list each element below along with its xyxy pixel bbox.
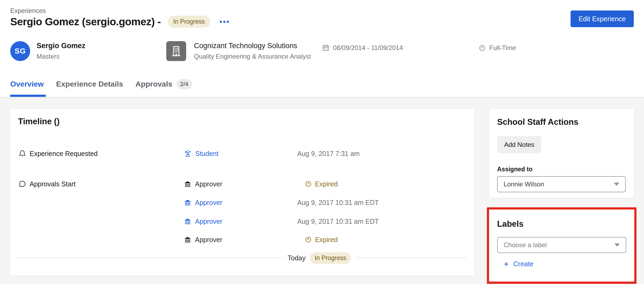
timeline-timestamp: Aug 9, 2017 10:31 am EDT	[297, 218, 379, 225]
add-notes-button[interactable]: Add Notes	[497, 136, 541, 153]
assigned-to-value: Lonnie Wilson	[504, 180, 544, 188]
timeline-row: Approvals Start Approver Expired	[10, 179, 474, 189]
date-range-text: 08/09/2014 - 11/09/2014	[333, 44, 403, 52]
timeline-row: Approver Expired	[10, 234, 474, 245]
today-status-badge: In Progress	[310, 252, 351, 264]
timeline-actor-label: Approver	[195, 236, 222, 244]
page-header: Experiences Sergio Gomez (sergio.gomez) …	[0, 0, 644, 97]
edit-experience-button[interactable]: Edit Experience	[571, 10, 634, 27]
timeline-actor-link[interactable]: Student	[195, 150, 218, 158]
person-name: Sergio Gomez	[37, 42, 86, 50]
today-label: Today	[288, 254, 306, 262]
calendar-icon	[322, 44, 330, 52]
employment-type-text: Full-Time	[489, 44, 516, 52]
tab-approvals[interactable]: Approvals 2/4	[136, 79, 192, 89]
status-badge: In Progress	[168, 16, 210, 28]
bank-icon	[184, 199, 191, 206]
timeline-expired-label: Expired	[315, 236, 338, 244]
breadcrumb[interactable]: Experiences	[10, 7, 46, 15]
organization-block: Cognizant Technology Solutions Quality E…	[194, 42, 311, 60]
timeline-actor-link[interactable]: Approver	[195, 199, 222, 207]
title-row: Sergio Gomez (sergio.gomez) - In Progres…	[10, 16, 230, 28]
school-staff-actions-card: School Staff Actions Add Notes Assigned …	[489, 108, 634, 198]
clock-icon	[305, 236, 312, 243]
employment-type: Full-Time	[479, 44, 516, 52]
tab-experience-details-label: Experience Details	[56, 80, 123, 88]
organization-name: Cognizant Technology Solutions	[194, 42, 311, 50]
bank-icon	[184, 236, 191, 243]
organization-role: Quality Engineering & Assurance Analyst	[194, 53, 311, 60]
timeline-today-divider	[14, 258, 466, 258]
page-title: Sergio Gomez (sergio.gomez) -	[10, 16, 161, 28]
create-label-button[interactable]: Create	[503, 260, 533, 268]
student-icon	[184, 150, 192, 157]
timeline-actor-link[interactable]: Approver	[195, 218, 222, 225]
more-menu-button[interactable]	[219, 18, 230, 26]
ellipsis-icon	[227, 21, 229, 23]
tab-approvals-label: Approvals	[136, 80, 172, 88]
bell-icon	[18, 150, 26, 158]
label-select[interactable]: Choose a label	[497, 237, 626, 253]
staff-actions-title: School Staff Actions	[497, 117, 626, 127]
clock-icon	[479, 44, 486, 52]
labels-title: Labels	[497, 219, 626, 229]
timeline-card: Timeline () Experience Requested Stu	[10, 108, 475, 276]
chat-icon	[18, 180, 26, 188]
tab-overview[interactable]: Overview	[10, 80, 44, 88]
timeline-timestamp: Aug 9, 2017 7:31 am	[297, 150, 360, 158]
ellipsis-icon	[220, 21, 222, 23]
timeline-timestamp: Aug 9, 2017 10:31 am EDT	[297, 199, 379, 207]
create-label-text: Create	[513, 260, 533, 268]
person-block: Sergio Gomez Masters	[37, 42, 86, 60]
bank-icon	[184, 180, 191, 188]
assigned-to-select[interactable]: Lonnie Wilson	[497, 176, 626, 192]
timeline-actor-label: Approver	[195, 180, 222, 188]
approvals-count-badge: 2/4	[176, 79, 192, 89]
timeline-row: Approver Aug 9, 2017 10:31 am EDT	[10, 216, 474, 227]
timeline-event-label: Approvals Start	[30, 180, 76, 188]
timeline-title: Timeline ()	[18, 117, 59, 126]
date-range: 08/09/2014 - 11/09/2014	[322, 44, 403, 52]
label-select-placeholder: Choose a label	[504, 241, 547, 249]
tab-bar: Overview Experience Details Approvals 2/…	[10, 79, 192, 89]
timeline-row: Experience Requested Student Aug 9, 2017…	[10, 148, 474, 159]
bank-icon	[184, 218, 191, 225]
chevron-down-icon	[614, 243, 620, 247]
clock-icon	[305, 180, 312, 187]
timeline-expired-label: Expired	[315, 180, 338, 188]
labels-card: Labels Choose a label Create	[489, 210, 634, 282]
tab-overview-label: Overview	[10, 80, 44, 88]
building-icon	[170, 45, 182, 57]
tab-experience-details[interactable]: Experience Details	[56, 80, 123, 88]
timeline-event-label: Experience Requested	[30, 150, 98, 158]
avatar: SG	[10, 41, 30, 61]
timeline-row: Approver Aug 9, 2017 10:31 am EDT	[10, 197, 474, 208]
active-tab-underline	[10, 95, 46, 97]
ellipsis-icon	[223, 21, 225, 23]
timeline-today-marker: Today In Progress	[283, 252, 356, 264]
chevron-down-icon	[614, 183, 619, 186]
plus-icon	[503, 261, 509, 267]
assigned-to-label: Assigned to	[497, 166, 626, 173]
person-degree: Masters	[37, 53, 86, 60]
organization-avatar	[166, 41, 186, 61]
